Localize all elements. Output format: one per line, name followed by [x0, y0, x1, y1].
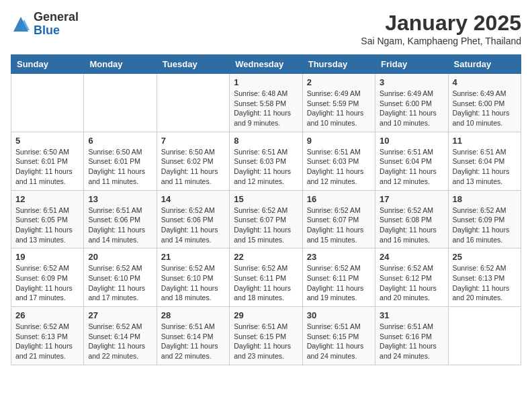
day-info: Sunrise: 6:51 AM Sunset: 6:05 PM Dayligh… — [15, 205, 79, 245]
day-info: Sunrise: 6:49 AM Sunset: 6:00 PM Dayligh… — [453, 89, 517, 128]
day-info: Sunrise: 6:51 AM Sunset: 6:04 PM Dayligh… — [453, 147, 517, 187]
day-info: Sunrise: 6:52 AM Sunset: 6:11 PM Dayligh… — [307, 263, 371, 303]
calendar-cell: 17Sunrise: 6:52 AM Sunset: 6:08 PM Dayli… — [375, 190, 448, 248]
calendar-cell: 12Sunrise: 6:51 AM Sunset: 6:05 PM Dayli… — [11, 190, 84, 248]
day-info: Sunrise: 6:52 AM Sunset: 6:10 PM Dayligh… — [88, 263, 152, 303]
calendar-header-row: SundayMondayTuesdayWednesdayThursdayFrid… — [11, 55, 521, 74]
page-header: General Blue January 2025 Sai Ngam, Kamp… — [11, 11, 521, 46]
day-number: 8 — [234, 136, 298, 146]
calendar-cell: 7Sunrise: 6:50 AM Sunset: 6:02 PM Daylig… — [157, 132, 229, 190]
day-number: 9 — [307, 136, 371, 146]
day-number: 14 — [161, 194, 225, 204]
day-number: 16 — [307, 194, 371, 204]
calendar-cell: 26Sunrise: 6:52 AM Sunset: 6:13 PM Dayli… — [11, 307, 84, 365]
calendar-cell: 31Sunrise: 6:51 AM Sunset: 6:16 PM Dayli… — [375, 307, 448, 365]
calendar-cell: 5Sunrise: 6:50 AM Sunset: 6:01 PM Daylig… — [11, 132, 84, 190]
calendar-cell: 11Sunrise: 6:51 AM Sunset: 6:04 PM Dayli… — [448, 132, 521, 190]
logo-general: General — [34, 11, 79, 24]
calendar-cell — [157, 74, 229, 132]
day-info: Sunrise: 6:52 AM Sunset: 6:09 PM Dayligh… — [453, 205, 517, 245]
day-info: Sunrise: 6:52 AM Sunset: 6:07 PM Dayligh… — [307, 205, 371, 245]
day-number: 21 — [161, 252, 225, 262]
day-number: 18 — [453, 194, 517, 204]
day-number: 19 — [15, 252, 79, 262]
calendar-cell — [448, 307, 521, 365]
day-number: 30 — [307, 310, 371, 320]
day-number: 12 — [15, 194, 79, 204]
day-number: 29 — [234, 310, 298, 320]
day-info: Sunrise: 6:51 AM Sunset: 6:16 PM Dayligh… — [380, 322, 443, 361]
calendar-week-row: 12Sunrise: 6:51 AM Sunset: 6:05 PM Dayli… — [11, 190, 521, 248]
calendar-cell: 24Sunrise: 6:52 AM Sunset: 6:12 PM Dayli… — [375, 248, 448, 307]
day-info: Sunrise: 6:52 AM Sunset: 6:11 PM Dayligh… — [234, 263, 298, 303]
day-number: 4 — [453, 77, 517, 87]
day-number: 27 — [88, 310, 152, 320]
calendar-cell — [84, 74, 157, 132]
day-number: 5 — [15, 136, 79, 146]
calendar-cell: 18Sunrise: 6:52 AM Sunset: 6:09 PM Dayli… — [448, 190, 521, 248]
calendar-cell: 9Sunrise: 6:51 AM Sunset: 6:03 PM Daylig… — [302, 132, 375, 190]
calendar-cell: 1Sunrise: 6:48 AM Sunset: 5:58 PM Daylig… — [230, 74, 302, 132]
day-info: Sunrise: 6:52 AM Sunset: 6:06 PM Dayligh… — [161, 205, 225, 245]
day-number: 22 — [234, 252, 298, 262]
day-info: Sunrise: 6:51 AM Sunset: 6:06 PM Dayligh… — [88, 205, 152, 245]
day-info: Sunrise: 6:51 AM Sunset: 6:04 PM Dayligh… — [380, 147, 443, 187]
day-number: 6 — [88, 136, 152, 146]
logo: General Blue — [11, 11, 79, 38]
weekday-header: Thursday — [302, 55, 375, 74]
calendar-cell: 15Sunrise: 6:52 AM Sunset: 6:07 PM Dayli… — [230, 190, 302, 248]
day-number: 10 — [380, 136, 443, 146]
day-number: 15 — [234, 194, 298, 204]
day-info: Sunrise: 6:49 AM Sunset: 5:59 PM Dayligh… — [307, 89, 371, 128]
day-info: Sunrise: 6:52 AM Sunset: 6:08 PM Dayligh… — [380, 205, 443, 245]
calendar-cell: 4Sunrise: 6:49 AM Sunset: 6:00 PM Daylig… — [448, 74, 521, 132]
day-number: 17 — [380, 194, 443, 204]
day-info: Sunrise: 6:51 AM Sunset: 6:14 PM Dayligh… — [161, 322, 225, 361]
day-info: Sunrise: 6:51 AM Sunset: 6:03 PM Dayligh… — [234, 147, 298, 187]
calendar-cell: 30Sunrise: 6:51 AM Sunset: 6:15 PM Dayli… — [302, 307, 375, 365]
day-number: 3 — [380, 77, 443, 87]
day-number: 24 — [380, 252, 443, 262]
calendar-cell: 19Sunrise: 6:52 AM Sunset: 6:09 PM Dayli… — [11, 248, 84, 307]
calendar-week-row: 5Sunrise: 6:50 AM Sunset: 6:01 PM Daylig… — [11, 132, 521, 190]
calendar-table: SundayMondayTuesdayWednesdayThursdayFrid… — [11, 54, 521, 365]
day-info: Sunrise: 6:52 AM Sunset: 6:13 PM Dayligh… — [453, 263, 517, 303]
day-number: 1 — [234, 77, 298, 87]
day-number: 20 — [88, 252, 152, 262]
calendar-cell: 20Sunrise: 6:52 AM Sunset: 6:10 PM Dayli… — [84, 248, 157, 307]
day-number: 23 — [307, 252, 371, 262]
day-info: Sunrise: 6:51 AM Sunset: 6:15 PM Dayligh… — [234, 322, 298, 361]
weekday-header: Friday — [375, 55, 448, 74]
day-number: 7 — [161, 136, 225, 146]
calendar-cell: 29Sunrise: 6:51 AM Sunset: 6:15 PM Dayli… — [230, 307, 302, 365]
calendar-cell: 27Sunrise: 6:52 AM Sunset: 6:14 PM Dayli… — [84, 307, 157, 365]
weekday-header: Tuesday — [157, 55, 229, 74]
day-number: 13 — [88, 194, 152, 204]
calendar-cell: 21Sunrise: 6:52 AM Sunset: 6:10 PM Dayli… — [157, 248, 229, 307]
day-info: Sunrise: 6:50 AM Sunset: 6:01 PM Dayligh… — [88, 147, 152, 187]
weekday-header: Saturday — [448, 55, 521, 74]
day-info: Sunrise: 6:52 AM Sunset: 6:12 PM Dayligh… — [380, 263, 443, 303]
calendar-week-row: 1Sunrise: 6:48 AM Sunset: 5:58 PM Daylig… — [11, 74, 521, 132]
weekday-header: Monday — [84, 55, 157, 74]
calendar-week-row: 26Sunrise: 6:52 AM Sunset: 6:13 PM Dayli… — [11, 307, 521, 365]
day-info: Sunrise: 6:51 AM Sunset: 6:03 PM Dayligh… — [307, 147, 371, 187]
title-block: January 2025 Sai Ngam, Kamphaeng Phet, T… — [361, 11, 521, 46]
calendar-cell: 25Sunrise: 6:52 AM Sunset: 6:13 PM Dayli… — [448, 248, 521, 307]
weekday-header: Wednesday — [230, 55, 302, 74]
calendar-cell: 2Sunrise: 6:49 AM Sunset: 5:59 PM Daylig… — [302, 74, 375, 132]
weekday-header: Sunday — [11, 55, 84, 74]
day-number: 26 — [15, 310, 79, 320]
day-info: Sunrise: 6:49 AM Sunset: 6:00 PM Dayligh… — [380, 89, 443, 128]
location: Sai Ngam, Kamphaeng Phet, Thailand — [361, 36, 521, 46]
day-info: Sunrise: 6:52 AM Sunset: 6:07 PM Dayligh… — [234, 205, 298, 245]
day-number: 25 — [453, 252, 517, 262]
calendar-cell: 14Sunrise: 6:52 AM Sunset: 6:06 PM Dayli… — [157, 190, 229, 248]
day-number: 2 — [307, 77, 371, 87]
calendar-cell: 28Sunrise: 6:51 AM Sunset: 6:14 PM Dayli… — [157, 307, 229, 365]
calendar-cell: 23Sunrise: 6:52 AM Sunset: 6:11 PM Dayli… — [302, 248, 375, 307]
day-info: Sunrise: 6:52 AM Sunset: 6:13 PM Dayligh… — [15, 322, 79, 361]
calendar-cell: 22Sunrise: 6:52 AM Sunset: 6:11 PM Dayli… — [230, 248, 302, 307]
day-info: Sunrise: 6:51 AM Sunset: 6:15 PM Dayligh… — [307, 322, 371, 361]
logo-icon — [11, 14, 31, 34]
